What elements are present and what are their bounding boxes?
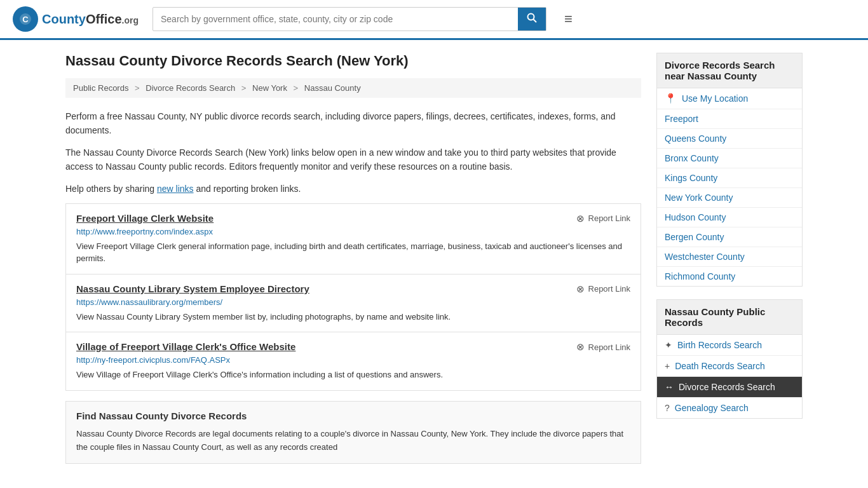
nearby-link-2[interactable]: Bronx County — [665, 153, 719, 163]
breadcrumb: Public Records > Divorce Records Search … — [65, 78, 641, 98]
record-link-1[interactable]: Death Records Search — [675, 361, 765, 371]
svg-point-3 — [528, 14, 534, 20]
nearby-link-6[interactable]: Bergen County — [665, 232, 724, 242]
public-records-heading: Nassau County Public Records — [656, 299, 803, 335]
site-header: C CountyOffice.org ≡ — [0, 0, 868, 40]
nearby-item[interactable]: Kings County — [657, 168, 802, 188]
nearby-heading: Divorce Records Search near Nassau Count… — [656, 53, 803, 88]
rec-icon-0: ✦ — [665, 340, 672, 350]
result-header: Nassau County Library System Employee Di… — [76, 283, 630, 295]
record-item[interactable]: + Death Records Search — [657, 356, 802, 377]
use-my-location-link[interactable]: Use My Location — [682, 93, 748, 104]
result-desc-1: View Nassau County Library System member… — [76, 311, 630, 323]
find-section-desc: Nassau County Divorce Records are legal … — [76, 428, 630, 454]
nearby-item[interactable]: Freeport — [657, 109, 802, 129]
result-url-0[interactable]: http://www.freeportny.com/index.aspx — [76, 227, 630, 236]
main-content: Nassau County Divorce Records Search (Ne… — [65, 53, 641, 464]
result-title-0[interactable]: Freeport Village Clerk Website — [76, 213, 214, 224]
record-link-3[interactable]: Genealogy Search — [675, 403, 749, 413]
result-title-1[interactable]: Nassau County Library System Employee Di… — [76, 283, 309, 294]
result-desc-2: View Village of Freeport Village Clerk's… — [76, 369, 630, 381]
use-my-location-item[interactable]: 📍 Use My Location — [657, 88, 802, 109]
search-button[interactable] — [518, 8, 546, 30]
nearby-link-4[interactable]: New York County — [665, 193, 733, 203]
report-icon-1: ⊗ — [576, 283, 585, 295]
record-item[interactable]: ✦ Birth Records Search — [657, 335, 802, 356]
nearby-link-0[interactable]: Freeport — [665, 114, 698, 124]
svg-text:C: C — [22, 15, 29, 24]
record-link-2[interactable]: Divorce Records Search — [679, 382, 775, 392]
nearby-link-5[interactable]: Hudson County — [665, 212, 726, 222]
record-link-0[interactable]: Birth Records Search — [677, 340, 762, 350]
description-1: Perform a free Nassau County, NY public … — [65, 109, 641, 138]
report-link-1[interactable]: ⊗ Report Link — [576, 283, 630, 295]
page-title: Nassau County Divorce Records Search (Ne… — [65, 53, 641, 69]
menu-icon[interactable]: ≡ — [559, 8, 578, 30]
logo-area: C CountyOffice.org — [13, 6, 140, 32]
result-card: Village of Freeport Village Clerk's Offi… — [65, 332, 641, 391]
report-link-0[interactable]: ⊗ Report Link — [576, 213, 630, 224]
result-desc-0: View Freeport Village Clerk general info… — [76, 240, 630, 265]
pin-icon: 📍 — [665, 93, 677, 104]
nearby-link-1[interactable]: Queens County — [665, 133, 726, 144]
search-input[interactable] — [153, 9, 518, 29]
nearby-item[interactable]: Westchester County — [657, 247, 802, 267]
search-bar — [153, 7, 546, 31]
logo-icon: C — [13, 6, 38, 32]
nearby-link-3[interactable]: Kings County — [665, 173, 717, 183]
rec-icon-2: ↔ — [665, 382, 674, 392]
breadcrumb-link-0[interactable]: Public Records — [73, 83, 128, 93]
report-icon-0: ⊗ — [576, 213, 585, 224]
record-item[interactable]: ↔ Divorce Records Search — [657, 377, 802, 398]
nearby-link-7[interactable]: Westchester County — [665, 252, 745, 262]
description-3: Help others by sharing new links and rep… — [65, 182, 641, 196]
new-links-link[interactable]: new links — [157, 184, 194, 194]
breadcrumb-current: Nassau County — [304, 83, 361, 93]
nearby-item[interactable]: Hudson County — [657, 208, 802, 227]
record-item[interactable]: ? Genealogy Search — [657, 398, 802, 418]
nearby-link-8[interactable]: Richmond County — [665, 271, 735, 281]
main-container: Nassau County Divorce Records Search (Ne… — [53, 40, 815, 477]
nearby-item[interactable]: Richmond County — [657, 267, 802, 286]
find-section-title: Find Nassau County Divorce Records — [76, 410, 630, 421]
public-records-section: Nassau County Public Records ✦ Birth Rec… — [656, 299, 803, 419]
nearby-item[interactable]: Bronx County — [657, 149, 802, 168]
records-list: ✦ Birth Records Search + Death Records S… — [656, 335, 803, 419]
breadcrumb-link-1[interactable]: Divorce Records Search — [146, 83, 235, 93]
report-link-2[interactable]: ⊗ Report Link — [576, 341, 630, 353]
nearby-item[interactable]: New York County — [657, 188, 802, 208]
report-icon-2: ⊗ — [576, 341, 585, 353]
svg-line-4 — [534, 20, 537, 23]
result-card: Freeport Village Clerk Website ⊗ Report … — [65, 203, 641, 274]
nearby-item[interactable]: Queens County — [657, 129, 802, 149]
nearby-item[interactable]: Bergen County — [657, 227, 802, 247]
rec-icon-1: + — [665, 361, 670, 371]
rec-icon-3: ? — [665, 403, 670, 413]
description-2: The Nassau County Divorce Records Search… — [65, 146, 641, 174]
result-url-2[interactable]: http://ny-freeport.civicplus.com/FAQ.ASP… — [76, 355, 630, 365]
result-card: Nassau County Library System Employee Di… — [65, 274, 641, 333]
result-cards: Freeport Village Clerk Website ⊗ Report … — [65, 203, 641, 391]
breadcrumb-link-2[interactable]: New York — [252, 83, 287, 93]
result-header: Freeport Village Clerk Website ⊗ Report … — [76, 213, 630, 224]
nearby-section: Divorce Records Search near Nassau Count… — [656, 53, 803, 287]
result-url-1[interactable]: https://www.nassaulibrary.org/members/ — [76, 297, 630, 307]
nearby-list: 📍 Use My Location FreeportQueens CountyB… — [656, 88, 803, 287]
result-header: Village of Freeport Village Clerk's Offi… — [76, 341, 630, 353]
result-title-2[interactable]: Village of Freeport Village Clerk's Offi… — [76, 341, 295, 352]
sidebar: Divorce Records Search near Nassau Count… — [656, 53, 803, 464]
logo-text: CountyOffice.org — [42, 12, 139, 27]
find-section: Find Nassau County Divorce Records Nassa… — [65, 401, 641, 464]
